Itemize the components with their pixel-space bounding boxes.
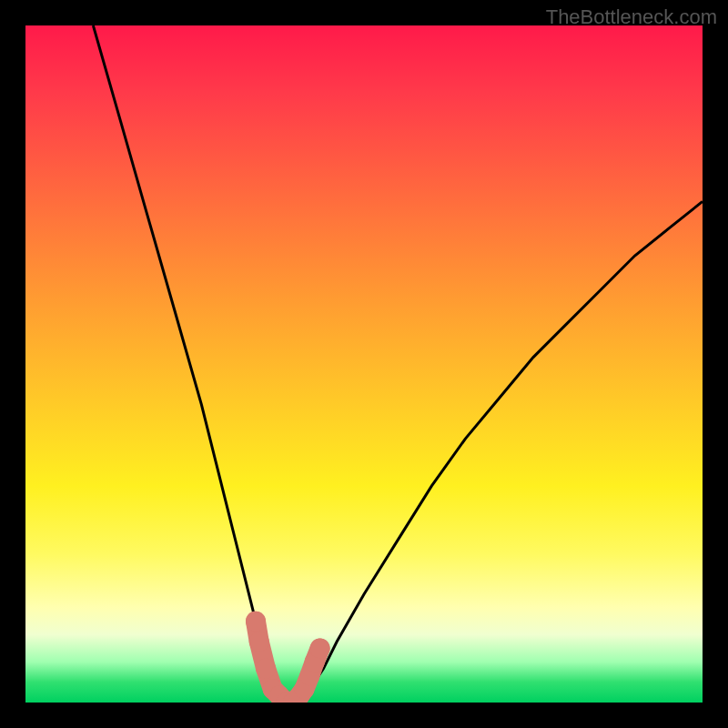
highlight-point [310,639,330,659]
chart-plot-area [25,25,703,703]
watermark-text: TheBottleneck.com [546,5,717,29]
highlight-points [246,612,330,703]
highlight-point [246,612,266,632]
bottleneck-curve [93,25,703,703]
highlight-point [256,659,276,679]
highlight-point [249,632,269,652]
chart-svg [25,25,703,703]
bottleneck-curve-path [93,25,703,703]
